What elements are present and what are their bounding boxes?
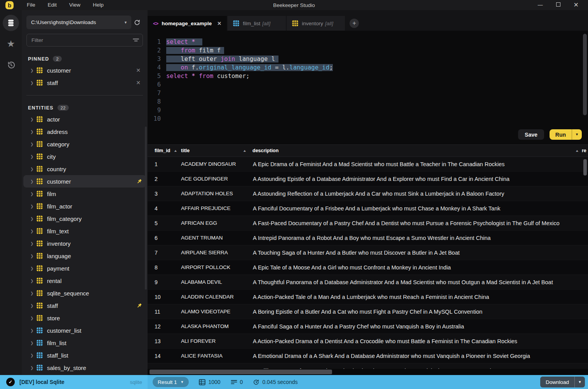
entity-item-customer[interactable]: ❯customer	[23, 175, 146, 188]
close-icon[interactable]: ✕	[574, 0, 579, 10]
tab-homepage_example[interactable]: <>homepage_example✕	[148, 16, 227, 31]
tab-close-icon[interactable]: ✕	[212, 21, 221, 26]
column-header-film_id[interactable]: film_id▲	[148, 145, 181, 156]
database-icon[interactable]	[3, 15, 19, 31]
chevron-right-icon[interactable]: ❯	[30, 130, 37, 134]
entity-item-film_text[interactable]: ❯film_text	[22, 225, 148, 237]
menu-view[interactable]: View	[63, 0, 87, 10]
pinned-item-customer[interactable]: ❯customer✕	[22, 64, 148, 76]
connection-selector[interactable]: C:\Users\ghstng\Downloads ▼	[26, 16, 131, 29]
chevron-right-icon[interactable]: ❯	[30, 117, 37, 122]
chevron-right-icon[interactable]: ❯	[30, 316, 37, 320]
chevron-right-icon[interactable]: ❯	[30, 291, 37, 295]
entity-item-staff[interactable]: ❯staff	[22, 299, 148, 312]
save-button[interactable]: Save	[518, 129, 544, 140]
entity-item-film[interactable]: ❯film	[22, 188, 148, 200]
table-row[interactable]: 14ALICE FANTASIAA Emotional Drama of a A…	[148, 349, 588, 363]
chevron-right-icon[interactable]: ❯	[30, 266, 37, 271]
column-header-description[interactable]: description▲	[252, 145, 582, 156]
table-row[interactable]: 7AIRPLANE SIERRAA Touching Saga of a Hun…	[148, 245, 588, 260]
column-header-title[interactable]: title▲	[181, 145, 252, 156]
entity-item-film_list[interactable]: ❯film_list	[22, 337, 148, 349]
table-row[interactable]: 8AIRPORT POLLOCKA Epic Tale of a Moose A…	[148, 260, 588, 275]
entity-item-film_actor[interactable]: ❯film_actor	[22, 200, 148, 212]
horizontal-scrollbar-thumb[interactable]	[150, 370, 332, 374]
chevron-right-icon[interactable]: ❯	[30, 217, 37, 221]
chevron-right-icon[interactable]: ❯	[30, 204, 37, 208]
entity-item-film_category[interactable]: ❯film_category	[22, 212, 148, 225]
entity-item-rental[interactable]: ❯rental	[22, 274, 148, 287]
run-button[interactable]: Run	[550, 132, 572, 138]
sidebar-scrollbar[interactable]	[145, 127, 147, 290]
tab-inventory[interactable]: inventory[all]	[287, 16, 345, 31]
table-row[interactable]: 12ALASKA PHANTOMA Fanciful Saga of a Hun…	[148, 319, 588, 334]
table-row[interactable]: 1ACADEMY DINOSAURA Epic Drama of a Femin…	[148, 157, 588, 172]
chevron-right-icon[interactable]: ❯	[30, 155, 37, 159]
table-row[interactable]: 6AGENT TRUMANA Intrepid Panorama of a Ro…	[148, 231, 588, 245]
tab-film_list[interactable]: film_list[all]	[228, 16, 286, 31]
table-row[interactable]: 2ACE GOLDFINGERA Astounding Epistle of a…	[148, 172, 588, 186]
minimize-icon[interactable]: —	[538, 0, 543, 10]
table-row[interactable]: 3ADAPTATION HOLESA Astounding Reflection…	[148, 186, 588, 201]
table-row[interactable]: 9ALABAMA DEVILA Thoughtful Panorama of a…	[148, 275, 588, 290]
results-horizontal-scrollbar[interactable]	[148, 369, 588, 375]
unpin-close-icon[interactable]: ✕	[134, 80, 142, 86]
chevron-right-icon[interactable]: ❯	[30, 279, 37, 283]
favorites-star-icon[interactable]: ★	[3, 36, 19, 52]
sort-arrow-icon[interactable]: ▲	[575, 149, 579, 153]
entity-item-inventory[interactable]: ❯inventory	[22, 237, 148, 250]
entity-item-payment[interactable]: ❯payment	[22, 262, 148, 274]
entity-item-language[interactable]: ❯language	[22, 250, 148, 262]
filter-input[interactable]	[26, 34, 143, 47]
table-row[interactable]: 11ALAMO VIDEOTAPEA Boring Epistle of a B…	[148, 304, 588, 319]
chevron-right-icon[interactable]: ❯	[30, 366, 37, 370]
entity-item-staff_list[interactable]: ❯staff_list	[22, 349, 148, 361]
chevron-right-icon[interactable]: ❯	[30, 192, 37, 196]
chevron-right-icon[interactable]: ❯	[30, 68, 37, 73]
entity-item-store[interactable]: ❯store	[22, 312, 148, 324]
chevron-right-icon[interactable]: ❯	[30, 229, 37, 233]
chevron-right-icon[interactable]: ❯	[30, 353, 37, 358]
entity-item-actor[interactable]: ❯actor	[22, 113, 148, 125]
entity-item-city[interactable]: ❯city	[22, 150, 148, 163]
table-row[interactable]: 13ALI FOREVERA Action-Packed Drama of a …	[148, 334, 588, 349]
download-options-chevron-icon[interactable]: ▼	[574, 377, 585, 387]
table-row[interactable]: 10ALADDIN CALENDARA Action-Packed Tale o…	[148, 290, 588, 304]
download-button[interactable]: Download	[540, 379, 574, 385]
result-selector[interactable]: Result 1 ▼	[153, 377, 189, 387]
entity-item-country[interactable]: ❯country	[22, 163, 148, 175]
maximize-icon[interactable]	[556, 0, 560, 10]
pinned-item-staff[interactable]: ❯staff✕	[22, 76, 148, 89]
chevron-right-icon[interactable]: ❯	[30, 142, 37, 146]
chevron-right-icon[interactable]: ❯	[30, 179, 37, 184]
table-row[interactable]: 5AFRICAN EGGA Fast-Paced Documentary of …	[148, 216, 588, 231]
chevron-right-icon[interactable]: ❯	[30, 167, 37, 171]
table-row[interactable]: 4AFFAIR PREJUDICEA Fanciful Documentary …	[148, 201, 588, 216]
chevron-right-icon[interactable]: ❯	[30, 328, 37, 333]
sort-arrow-icon[interactable]: ▲	[174, 149, 177, 153]
chevron-right-icon[interactable]: ❯	[30, 304, 37, 308]
history-icon[interactable]	[3, 57, 19, 73]
menu-file[interactable]: File	[21, 0, 42, 10]
editor-scrollbar[interactable]	[583, 34, 587, 115]
results-vertical-scrollbar[interactable]	[583, 159, 587, 175]
entity-item-customer_list[interactable]: ❯customer_list	[22, 324, 148, 337]
refresh-connection-button[interactable]	[131, 19, 143, 26]
chevron-right-icon[interactable]: ❯	[30, 81, 37, 85]
new-tab-button[interactable]: +	[350, 19, 359, 28]
menu-edit[interactable]: Edit	[42, 0, 63, 10]
chevron-right-icon[interactable]: ❯	[30, 341, 37, 345]
chevron-right-icon[interactable]: ❯	[30, 241, 37, 246]
menu-help[interactable]: Help	[87, 0, 110, 10]
entity-item-sales_by_store[interactable]: ❯sales_by_store	[22, 361, 148, 374]
menu-bar: FileEditViewHelp	[21, 0, 110, 10]
entity-item-label: payment	[47, 265, 142, 272]
chevron-right-icon[interactable]: ❯	[30, 254, 37, 258]
sort-arrow-icon[interactable]: ▲	[243, 149, 247, 153]
entity-item-sqlite_sequence[interactable]: ❯sqlite_sequence	[22, 287, 148, 299]
sql-editor[interactable]: 1select * 2 from film f 3 left outer joi…	[148, 31, 588, 144]
entity-item-category[interactable]: ❯category	[22, 138, 148, 150]
run-options-chevron-icon[interactable]: ▼	[572, 129, 582, 140]
entity-item-address[interactable]: ❯address	[22, 125, 148, 138]
unpin-close-icon[interactable]: ✕	[134, 67, 142, 73]
